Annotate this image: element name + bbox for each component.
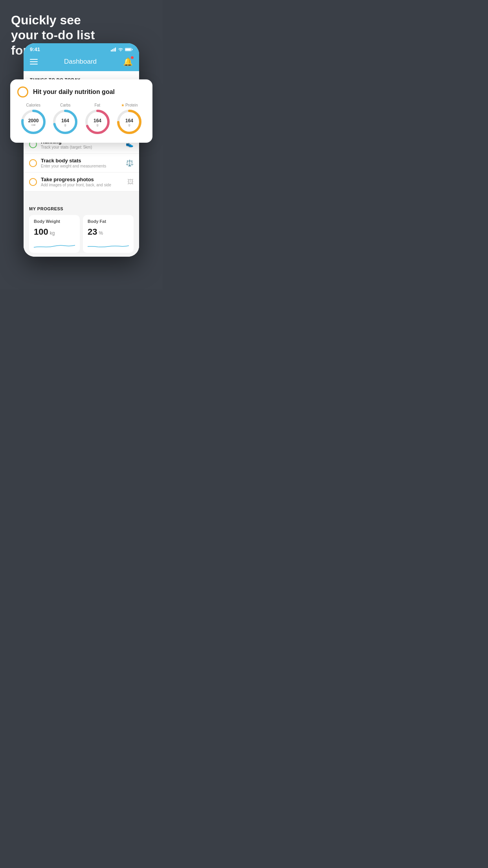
- svg-rect-3: [115, 48, 116, 51]
- todo-circle-body-stats: [29, 159, 37, 167]
- headline-line1: Quickly see: [11, 13, 95, 28]
- progress-section: MY PROGRESS Body Weight 100 kg Body Fat: [24, 201, 139, 257]
- signal-icon: [111, 48, 116, 51]
- carbs-label: Carbs: [60, 103, 71, 107]
- svg-text:2000: 2000: [28, 118, 39, 123]
- body-fat-card[interactable]: Body Fat 23 %: [83, 215, 134, 253]
- progress-cards: Body Weight 100 kg Body Fat 23: [29, 215, 134, 253]
- nutrition-circles: Calories 2000 cal Carbs 164 g: [17, 103, 145, 135]
- calories-label: Calories: [26, 103, 40, 107]
- body-fat-chart: [88, 240, 129, 251]
- todo-list: Running Track your stats (target: 5km) 👟…: [24, 135, 139, 191]
- page-wrapper: Quickly see your to-do list for the day.…: [0, 0, 163, 289]
- svg-text:164: 164: [94, 118, 101, 123]
- carbs-ring: 164 g: [52, 109, 78, 135]
- svg-rect-1: [112, 49, 114, 51]
- fat-label: Fat: [95, 103, 100, 107]
- svg-text:g: g: [128, 123, 130, 127]
- svg-text:164: 164: [125, 118, 133, 123]
- nutrition-carbs: Carbs 164 g: [52, 103, 78, 135]
- card-title: Hit your daily nutrition goal: [33, 88, 115, 96]
- svg-rect-0: [111, 50, 112, 51]
- body-weight-value: 100: [34, 227, 48, 237]
- svg-rect-6: [125, 48, 131, 50]
- scale-icon: ⚖️: [126, 159, 134, 167]
- nutrition-fat: Fat 164 g: [84, 103, 110, 135]
- body-fat-unit: %: [99, 230, 103, 236]
- todo-sub-photos: Add images of your front, back, and side: [41, 183, 123, 187]
- protein-label: ★ Protein: [121, 103, 138, 107]
- wifi-icon: [118, 48, 123, 51]
- todo-main-body-stats: Track body stats: [41, 158, 122, 164]
- headline-line2: your to-do list: [11, 28, 95, 42]
- nav-title: Dashboard: [64, 58, 97, 66]
- star-icon: ★: [121, 103, 125, 107]
- todo-item-photos[interactable]: Take progress photos Add images of your …: [24, 173, 139, 191]
- progress-section-title: MY PROGRESS: [29, 206, 134, 211]
- todo-text-photos: Take progress photos Add images of your …: [41, 177, 123, 187]
- body-weight-card[interactable]: Body Weight 100 kg: [29, 215, 80, 253]
- body-weight-value-row: 100 kg: [34, 227, 75, 237]
- todo-item-body-stats[interactable]: Track body stats Enter your weight and m…: [24, 154, 139, 173]
- todo-text-body-stats: Track body stats Enter your weight and m…: [41, 158, 122, 168]
- battery-icon: [125, 48, 133, 51]
- status-time: 9:41: [30, 46, 40, 52]
- svg-text:164: 164: [61, 118, 69, 123]
- svg-text:cal: cal: [31, 123, 35, 127]
- nav-bar: Dashboard 🔔: [24, 54, 139, 71]
- protein-ring: 164 g: [116, 109, 142, 135]
- bell-button[interactable]: 🔔: [123, 57, 133, 66]
- body-fat-title: Body Fat: [88, 219, 129, 224]
- todo-circle-photos: [29, 178, 37, 186]
- nutrition-calories: Calories 2000 cal: [20, 103, 46, 135]
- body-weight-unit: kg: [50, 230, 55, 236]
- card-header: Hit your daily nutrition goal: [17, 86, 145, 97]
- body-fat-value: 23: [88, 227, 97, 237]
- svg-rect-5: [132, 49, 133, 50]
- todo-sub-body-stats: Enter your weight and measurements: [41, 164, 122, 168]
- card-check-circle: [17, 86, 28, 97]
- nutrition-protein: ★ Protein 164 g: [116, 103, 142, 135]
- status-icons: [111, 48, 133, 51]
- hamburger-menu[interactable]: [30, 59, 38, 64]
- svg-rect-2: [114, 48, 115, 51]
- mid-spacer: [24, 191, 139, 201]
- phone-mockup: 9:41: [24, 43, 139, 257]
- calories-ring: 2000 cal: [20, 109, 46, 135]
- fat-ring: 164 g: [84, 109, 110, 135]
- todo-main-photos: Take progress photos: [41, 177, 123, 182]
- body-weight-title: Body Weight: [34, 219, 75, 224]
- photo-icon: 🖼: [127, 178, 134, 186]
- status-bar: 9:41: [24, 43, 139, 54]
- svg-text:g: g: [64, 123, 66, 127]
- svg-text:g: g: [97, 123, 98, 127]
- notification-dot: [131, 56, 134, 59]
- todo-sub-running: Track your stats (target: 5km): [41, 145, 122, 149]
- body-weight-chart: [34, 240, 75, 251]
- body-fat-value-row: 23 %: [88, 227, 129, 237]
- nutrition-card: Hit your daily nutrition goal Calories 2…: [10, 79, 152, 143]
